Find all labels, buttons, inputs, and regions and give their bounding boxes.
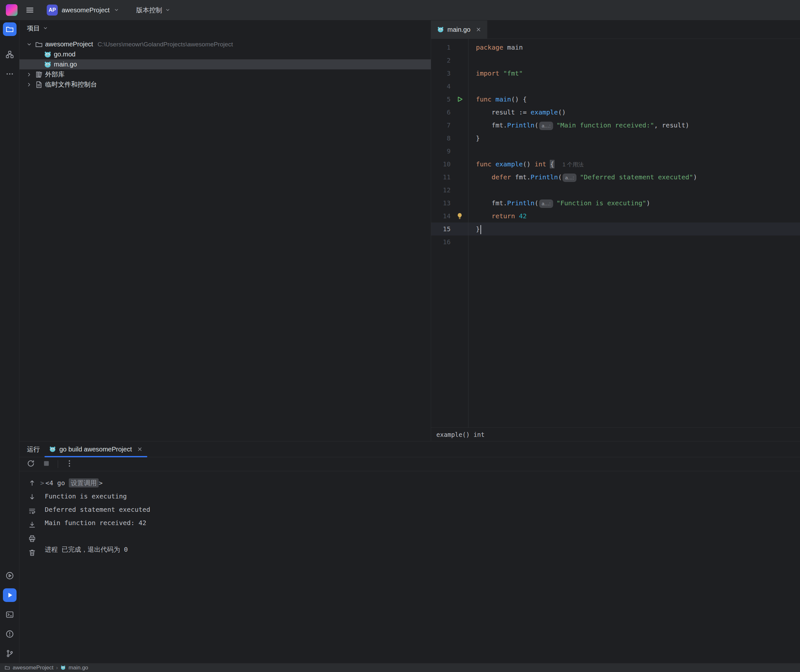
- code-line[interactable]: 13 fmt.Println(a…:"Function is executing…: [431, 197, 800, 210]
- breadcrumb-item[interactable]: main.go: [69, 664, 88, 671]
- arrow-up-icon: [28, 479, 36, 487]
- console-line: Function is executing: [45, 490, 800, 503]
- tree-row[interactable]: awesomeProjectC:\Users\meowr\GolandProje…: [19, 39, 431, 49]
- rerun-button[interactable]: [27, 459, 35, 469]
- project-tree: awesomeProjectC:\Users\meowr\GolandProje…: [19, 36, 431, 90]
- code-line[interactable]: 4: [431, 80, 800, 93]
- go-file-icon: [437, 26, 444, 33]
- print-button[interactable]: [28, 535, 36, 544]
- prev-occurrence-button[interactable]: [28, 479, 36, 488]
- structure-tool-button[interactable]: [3, 48, 16, 61]
- editor-tab-main-go[interactable]: main.go: [431, 21, 487, 38]
- project-tool-button[interactable]: [3, 22, 16, 36]
- project-avatar: AP: [47, 5, 58, 16]
- chevron-right-icon[interactable]: [24, 82, 34, 88]
- line-number: 8: [431, 132, 453, 145]
- vcs-label: 版本控制: [136, 6, 162, 14]
- soft-wrap-button[interactable]: [28, 507, 36, 516]
- project-selector[interactable]: AP awesomeProject: [47, 5, 119, 16]
- chevron-down-icon[interactable]: [24, 41, 34, 48]
- stop-button[interactable]: [42, 459, 51, 469]
- go-file-icon: [49, 446, 56, 453]
- soft-wrap-icon: [28, 507, 36, 515]
- code-line[interactable]: 9: [431, 145, 800, 158]
- more-options-button[interactable]: [65, 459, 74, 469]
- code-line[interactable]: 1package main: [431, 41, 800, 54]
- line-number: 2: [431, 54, 453, 67]
- text-caret: [480, 225, 481, 234]
- line-number: 6: [431, 106, 453, 119]
- stop-icon: [42, 459, 51, 468]
- structure-icon: [5, 50, 14, 59]
- tree-row[interactable]: main.go: [19, 59, 431, 69]
- services-tool-button[interactable]: [3, 569, 16, 582]
- code-line[interactable]: 12: [431, 184, 800, 197]
- code-line[interactable]: 7 fmt.Println(a…:"Main function received…: [431, 119, 800, 132]
- run-tab[interactable]: go build awesomeProject: [45, 442, 147, 457]
- gutter-slot: [453, 197, 467, 210]
- usages-inlay[interactable]: 1 个用法: [563, 162, 584, 168]
- run-tool-button[interactable]: [3, 588, 16, 602]
- code-line[interactable]: 2: [431, 54, 800, 67]
- editor-tab-label: main.go: [447, 26, 470, 34]
- breadcrumb-item[interactable]: awesomeProject: [13, 664, 54, 671]
- code-line[interactable]: 11 defer fmt.Println(a…:"Deferred statem…: [431, 171, 800, 184]
- gutter-slot: [453, 158, 467, 171]
- run-gutter-icon[interactable]: [453, 93, 467, 106]
- gutter-slot: [453, 119, 467, 132]
- close-icon[interactable]: [475, 27, 482, 32]
- tree-item-label: go.mod: [54, 51, 75, 58]
- gutter-slot: [453, 145, 467, 158]
- tree-item-label: 外部库: [45, 70, 64, 79]
- code-line[interactable]: 5func main() {: [431, 93, 800, 106]
- rail-bottom-group: [3, 569, 16, 660]
- chevron-down-icon: [114, 7, 119, 13]
- hamburger-icon: [25, 5, 34, 14]
- main-menu-button[interactable]: [25, 5, 34, 14]
- main-toolbar: AP awesomeProject 版本控制: [0, 0, 800, 21]
- code-line[interactable]: 6 result := example(): [431, 106, 800, 119]
- scratch-icon: [34, 81, 44, 88]
- code-line[interactable]: 16: [431, 235, 800, 248]
- git-tool-button[interactable]: [3, 647, 16, 660]
- command-chip[interactable]: 设置调用: [69, 478, 99, 488]
- tree-item-label: 临时文件和控制台: [45, 80, 97, 89]
- project-panel-header[interactable]: 项目: [19, 21, 431, 36]
- git-branch-icon: [5, 649, 14, 658]
- problems-tool-button[interactable]: [3, 627, 16, 641]
- line-number: 14: [431, 210, 453, 222]
- code-line[interactable]: 14 return 42: [431, 210, 800, 222]
- line-number: 16: [431, 235, 453, 248]
- editor-hint-bar: example() int: [431, 427, 800, 441]
- tree-row[interactable]: go.mod: [19, 49, 431, 59]
- terminal-tool-button[interactable]: [3, 608, 16, 621]
- vcs-widget[interactable]: 版本控制: [136, 6, 171, 14]
- line-number: 15: [431, 222, 453, 235]
- active-tab-underline: [45, 456, 147, 457]
- code-text: func example() int {1 个用法: [467, 158, 584, 171]
- code-text: }: [467, 132, 480, 145]
- run-tool-window: 运行 go build awesomeProject: [19, 441, 800, 663]
- next-occurrence-button[interactable]: [28, 493, 36, 502]
- tree-row[interactable]: 外部库: [19, 69, 431, 80]
- param-hint-chip: a…:: [563, 173, 577, 182]
- chevron-right-icon[interactable]: [24, 71, 34, 78]
- code-line[interactable]: 3import "fmt": [431, 67, 800, 80]
- code-editor[interactable]: 1package main23import "fmt"45func main()…: [431, 39, 800, 427]
- tree-row[interactable]: 临时文件和控制台: [19, 80, 431, 90]
- console-line: Main function received: 42: [45, 516, 800, 530]
- code-line[interactable]: 15}: [431, 222, 800, 235]
- clear-console-button[interactable]: [28, 549, 36, 558]
- tree-item-path: C:\Users\meowr\GolandProjects\awesomePro…: [98, 41, 233, 48]
- scroll-to-end-button[interactable]: [28, 521, 36, 530]
- console-lines[interactable]: ><4 go 设置调用>Function is executingDeferre…: [45, 471, 800, 663]
- lightbulb-icon[interactable]: [453, 210, 467, 222]
- code-line[interactable]: 10func example() int {1 个用法: [431, 158, 800, 171]
- code-line[interactable]: 8}: [431, 132, 800, 145]
- line-number: 4: [431, 80, 453, 93]
- play-circle-icon: [5, 571, 14, 580]
- more-tools-button[interactable]: [3, 67, 16, 81]
- editor: main.go 1package main23import "fmt"45fun…: [431, 21, 800, 441]
- main-area: 项目 awesomeProjectC:\Users\meowr\GolandPr…: [0, 21, 800, 663]
- close-icon[interactable]: [137, 446, 143, 452]
